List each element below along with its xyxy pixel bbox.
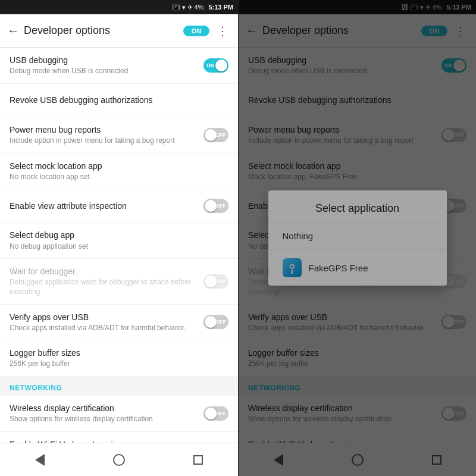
nav-recents-left[interactable] [184, 446, 212, 474]
setting-title: Revoke USB debugging authorizations [10, 95, 228, 105]
airplane-icon: ✈ [187, 4, 193, 11]
toggle-label: OFF [215, 278, 226, 284]
setting-title: USB debugging [10, 55, 199, 65]
toggle-label: OFF [215, 319, 226, 325]
setting-title: Verify apps over USB [10, 312, 199, 322]
status-icons-left: 📳 ▾ ✈ 4% [172, 4, 204, 11]
top-bar-left: ← Developer options ON ⋮ [0, 14, 238, 48]
home-nav-icon [113, 454, 125, 466]
setting-title: Select mock location app [10, 161, 228, 171]
setting-title: Power menu bug reports [10, 124, 199, 135]
setting-debug-app-left[interactable]: Select debug app No debug application se… [0, 223, 238, 259]
bottom-nav-left [0, 443, 238, 476]
nav-home-left[interactable] [105, 446, 133, 474]
modal-overlay[interactable]: Select application Nothing FakeGPS Free [239, 0, 476, 476]
fakegps-app-icon [283, 258, 302, 277]
setting-subtitle: Debugged application waits for debugger … [10, 278, 199, 296]
modal-item-fakegps[interactable]: FakeGPS Free [268, 249, 447, 286]
setting-wifi-verbose-left[interactable]: Enable Wi-Fi Verbose Logging Increase Wi… [0, 432, 238, 443]
page-title-left: Developer options [24, 24, 178, 37]
select-application-modal: Select application Nothing FakeGPS Free [268, 190, 447, 286]
time-left: 5:13 PM [208, 4, 233, 11]
toggle-power-menu-left[interactable]: OFF [203, 128, 228, 142]
setting-subtitle: No debug application set [10, 242, 228, 252]
setting-view-attribute-left[interactable]: Enable view attribute inspection OFF [0, 189, 238, 223]
modal-item-fakegps-label: FakeGPS Free [309, 263, 368, 273]
modal-item-nothing[interactable]: Nothing [268, 222, 447, 249]
toggle-knob [215, 60, 227, 71]
left-panel: 📳 ▾ ✈ 4% 5:13 PM ← Developer options ON … [0, 0, 238, 476]
setting-subtitle: Check apps installed via ADB/ADT for har… [10, 324, 199, 333]
settings-content-left: USB debugging Debug mode when USB is con… [0, 48, 238, 443]
modal-item-nothing-label: Nothing [283, 231, 314, 241]
toggle-verify-apps-left[interactable]: OFF [203, 315, 228, 329]
status-bar-left: 📳 ▾ ✈ 4% 5:13 PM [0, 0, 238, 14]
toggle-label: OFF [215, 411, 226, 416]
setting-subtitle: No mock location app set [10, 173, 228, 182]
setting-power-menu-left[interactable]: Power menu bug reports Include option in… [0, 117, 238, 154]
master-toggle-left[interactable]: ON [183, 26, 209, 36]
setting-mock-location-left[interactable]: Select mock location app No mock locatio… [0, 154, 238, 190]
setting-verify-apps-left[interactable]: Verify apps over USB Check apps installe… [0, 305, 238, 341]
toggle-knob [205, 275, 217, 287]
toggle-wait-debugger-left: OFF [203, 274, 228, 289]
setting-revoke-usb-left[interactable]: Revoke USB debugging authorizations [0, 84, 238, 117]
right-panel: 🖼 📳 ▾ ✈ 4% 5:13 PM ← Developer options O… [238, 0, 476, 476]
setting-subtitle: 256K per log buffer [10, 359, 228, 369]
setting-title: Wireless display certification [10, 403, 199, 414]
toggle-knob [205, 200, 217, 212]
setting-title: Wait for debugger [10, 266, 199, 277]
setting-wait-debugger-left: Wait for debugger Debugged application w… [0, 259, 238, 304]
toggle-wireless-display-left[interactable]: OFF [203, 406, 228, 421]
vibrate-icon: 📳 [172, 4, 180, 11]
setting-logger-buffer-left[interactable]: Logger buffer sizes 256K per log buffer [0, 340, 238, 377]
back-button-left[interactable]: ← [7, 24, 19, 37]
toggle-label: ON [206, 62, 215, 68]
wifi-icon: ▾ [182, 4, 186, 11]
setting-title: Enable view attribute inspection [10, 201, 199, 211]
setting-subtitle: Debug mode when USB is connected [10, 67, 199, 76]
svg-point-1 [291, 265, 293, 268]
toggle-usb-debugging-left[interactable]: ON [203, 58, 228, 73]
setting-usb-debugging-left[interactable]: USB debugging Debug mode when USB is con… [0, 48, 238, 84]
modal-title: Select application [268, 190, 447, 222]
toggle-label: OFF [215, 203, 226, 209]
networking-section-header-left: NETWORKING [0, 377, 238, 396]
setting-wireless-display-left[interactable]: Wireless display certification Show opti… [0, 396, 238, 432]
setting-title: Logger buffer sizes [10, 347, 228, 358]
back-nav-icon [35, 454, 45, 466]
gps-icon [286, 262, 298, 274]
toggle-knob [205, 129, 217, 141]
setting-subtitle: Show options for wireless display certif… [10, 415, 199, 424]
toggle-label: OFF [215, 132, 226, 138]
toggle-view-attribute-left[interactable]: OFF [203, 199, 228, 213]
nav-back-left[interactable] [26, 446, 54, 474]
recents-nav-icon [193, 455, 203, 465]
setting-title: Select debug app [10, 230, 228, 240]
battery-text: 4% [195, 4, 204, 11]
toggle-knob [205, 316, 217, 328]
more-button-left[interactable]: ⋮ [214, 21, 231, 40]
setting-subtitle: Include option in power menu for taking … [10, 136, 199, 146]
toggle-knob [205, 408, 217, 419]
